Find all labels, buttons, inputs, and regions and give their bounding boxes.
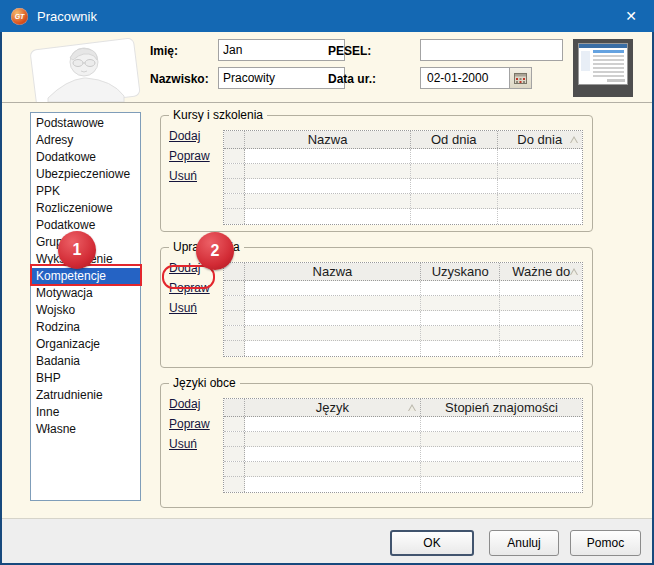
table-row[interactable] (224, 311, 582, 326)
row-selector-cell (224, 477, 245, 492)
cell-do-dnia (498, 149, 583, 163)
annotation-step-2-badge: 2 (196, 232, 234, 270)
pracownik-dialog: GT Pracownik ✕ Imię: Nazwisko: PESEL: Da… (0, 0, 654, 565)
sidebar-item-badania[interactable]: Badania (31, 353, 140, 370)
cell-nazwa (245, 281, 421, 295)
data-ur-field[interactable] (421, 68, 509, 88)
cell-nazwa (245, 164, 411, 178)
column-header-jezyk[interactable]: Język (245, 399, 421, 416)
column-header-nazwa[interactable]: Nazwa (245, 263, 421, 280)
sidebar-item-adresy[interactable]: Adresy (31, 132, 140, 149)
link-dodaj-kursy-i-szkolenia[interactable]: Dodaj (169, 129, 221, 149)
link-usun-uprawnienia[interactable]: Usuń (169, 301, 221, 321)
sidebar-item-zatrudnienie[interactable]: Zatrudnienie (31, 387, 140, 404)
table-row[interactable] (224, 326, 582, 341)
table-row[interactable] (224, 462, 582, 477)
cell-nazwa (245, 149, 411, 163)
cell-od-dnia (411, 164, 497, 178)
section-title-jezyki-obce: Języki obce (169, 376, 240, 390)
sidebar-item-podatkowe[interactable]: Podatkowe (31, 217, 140, 234)
sort-ascending-icon (570, 268, 578, 275)
cell-stopien-znajomosci (421, 432, 582, 446)
section-kursy-i-szkolenia: Kursy i szkolenia DodajPoprawUsuń NazwaO… (160, 115, 593, 232)
pomoc-button[interactable]: Pomoc (570, 530, 641, 556)
sidebar-item-rozliczeniowe[interactable]: Rozliczeniowe (31, 200, 140, 217)
close-icon[interactable]: ✕ (608, 0, 654, 32)
row-selector-cell (224, 326, 245, 340)
link-popraw-kursy-i-szkolenia[interactable]: Popraw (169, 149, 221, 169)
table-row[interactable] (224, 447, 582, 462)
row-selector-cell (224, 447, 245, 461)
sidebar-item-dodatkowe[interactable]: Dodatkowe (31, 149, 140, 166)
cell-wazne-do (500, 281, 582, 295)
cell-stopien-znajomosci (421, 417, 582, 431)
nazwisko-field[interactable] (218, 67, 345, 89)
column-header-od-dnia[interactable]: Od dnia (411, 131, 497, 148)
header-separator (2, 102, 652, 103)
column-header-uzyskano[interactable]: Uzyskano (421, 263, 501, 280)
table-row[interactable] (224, 209, 582, 224)
sidebar-item-wlasne[interactable]: Własne (31, 421, 140, 438)
table-row[interactable] (224, 194, 582, 209)
cell-uzyskano (421, 281, 501, 295)
row-selector-cell (224, 194, 245, 208)
calendar-button[interactable] (509, 68, 531, 88)
row-selector-cell (224, 432, 245, 446)
link-dodaj-jezyki-obce[interactable]: Dodaj (169, 397, 221, 417)
column-header-nazwa[interactable]: Nazwa (245, 131, 411, 148)
table-row[interactable] (224, 179, 582, 194)
table-row[interactable] (224, 432, 582, 447)
table-row[interactable] (224, 417, 582, 432)
link-usun-jezyki-obce[interactable]: Usuń (169, 437, 221, 457)
sidebar-item-bhp[interactable]: BHP (31, 370, 140, 387)
ok-button[interactable]: OK (390, 530, 474, 556)
column-header-do-dnia[interactable]: Do dnia (498, 131, 583, 148)
records-table: NazwaOd dniaDo dnia (223, 130, 583, 225)
calendar-icon (514, 73, 527, 84)
cell-nazwa (245, 341, 421, 356)
cell-nazwa (245, 326, 421, 340)
column-header-stopien-znajomosci[interactable]: Stopień znajomości (421, 399, 582, 416)
cell-uzyskano (421, 296, 501, 310)
sidebar-item-podstawowe[interactable]: Podstawowe (31, 115, 140, 132)
employee-photo-placeholder[interactable] (28, 36, 142, 102)
anuluj-button[interactable]: Anuluj (489, 530, 559, 556)
sidebar-item-ppk[interactable]: PPK (31, 183, 140, 200)
cell-uzyskano (421, 341, 501, 356)
title-bar: GT Pracownik ✕ (0, 0, 654, 32)
cell-wazne-do (500, 326, 582, 340)
sidebar-item-motywacja[interactable]: Motywacja (31, 285, 140, 302)
table-row[interactable] (224, 341, 582, 356)
pesel-label: PESEL: (328, 44, 371, 58)
cell-jezyk (245, 477, 421, 492)
imie-label: Imię: (150, 44, 178, 58)
pesel-field[interactable] (420, 39, 563, 61)
table-row[interactable] (224, 149, 582, 164)
cell-jezyk (245, 432, 421, 446)
row-selector-cell (224, 417, 245, 431)
link-popraw-jezyki-obce[interactable]: Popraw (169, 417, 221, 437)
sidebar-item-ubezpieczeniowe[interactable]: Ubezpieczeniowe (31, 166, 140, 183)
sidebar-item-rodzina[interactable]: Rodzina (31, 319, 140, 336)
cell-od-dnia (411, 194, 497, 208)
sidebar-item-wojsko[interactable]: Wojsko (31, 302, 140, 319)
sidebar-item-inne[interactable]: Inne (31, 404, 140, 421)
table-row[interactable] (224, 281, 582, 296)
cell-nazwa (245, 194, 411, 208)
row-selector-cell (224, 462, 245, 476)
cell-do-dnia (498, 179, 583, 193)
imie-field[interactable] (218, 39, 345, 61)
employee-list-thumbnail[interactable] (573, 39, 633, 97)
action-links: DodajPoprawUsuń (169, 129, 221, 189)
cell-uzyskano (421, 326, 501, 340)
table-row[interactable] (224, 477, 582, 492)
row-selector-header (224, 399, 245, 416)
link-usun-kursy-i-szkolenia[interactable]: Usuń (169, 169, 221, 189)
column-header-wazne-do[interactable]: Ważne do (500, 263, 582, 280)
cell-nazwa (245, 296, 421, 310)
table-row[interactable] (224, 164, 582, 179)
cell-do-dnia (498, 209, 583, 224)
sort-ascending-icon (570, 136, 578, 143)
table-row[interactable] (224, 296, 582, 311)
sidebar-item-organizacje[interactable]: Organizacje (31, 336, 140, 353)
